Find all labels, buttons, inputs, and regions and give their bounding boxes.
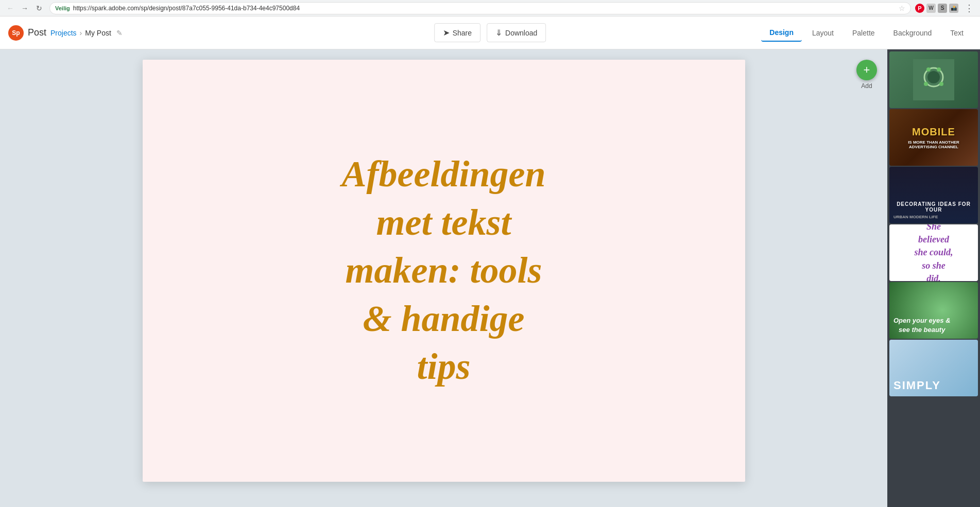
pinterest-extension-icon[interactable]: P <box>915 4 924 13</box>
list-item[interactable]: Open your eyes &see the beauty <box>889 282 978 339</box>
extension-icon-3[interactable]: 📸 <box>949 4 958 13</box>
download-label: Download <box>505 29 537 37</box>
list-item[interactable]: MOBILE IS MORE THAN ANOTHER ADVERTISING … <box>889 109 978 166</box>
app-header: Sp Post Projects › My Post ✎ ➤ Share ⇓ D… <box>0 16 980 49</box>
svg-point-4 <box>937 67 941 72</box>
forward-button[interactable]: → <box>19 2 31 14</box>
logo-area: Sp Post Projects › My Post ✎ <box>8 25 125 41</box>
thumbnail-image: DECORATING IDEAS FOR YOUR URBAN MODERN L… <box>889 167 978 223</box>
extension-icon-2[interactable]: S <box>938 4 947 13</box>
tab-design[interactable]: Design <box>761 24 802 42</box>
add-label: Add <box>861 82 872 90</box>
extension-icon-1[interactable]: W <box>926 4 936 13</box>
main-layout: + Add Afbeeldingen met tekst maken: tool… <box>0 49 980 507</box>
thumb-title: MOBILE <box>912 126 955 138</box>
header-center-actions: ➤ Share ⇓ Download <box>434 23 546 42</box>
browser-chrome: ← → ↻ Veilig https://spark.adobe.com/sp/… <box>0 0 980 16</box>
chrome-menu-button[interactable]: ⋮ <box>962 3 976 14</box>
breadcrumb-current: My Post <box>85 29 111 37</box>
thumb-subtitle: IS MORE THAN ANOTHER ADVERTISING CHANNEL <box>893 140 974 149</box>
header-nav: Design Layout Palette Background Text <box>761 24 972 42</box>
thumbnail-image: MOBILE IS MORE THAN ANOTHER ADVERTISING … <box>889 109 978 166</box>
thumbnail-image: Shebelievedshe could,so shedid. <box>889 224 978 281</box>
address-bar[interactable]: Veilig https://spark.adobe.com/sp/design… <box>49 2 911 14</box>
thumbnail-image: SIMPLY <box>889 340 978 396</box>
browser-extensions: P W S 📸 <box>915 4 958 13</box>
tab-text[interactable]: Text <box>942 25 972 41</box>
svg-point-3 <box>926 67 931 72</box>
breadcrumb: Projects › My Post ✎ <box>50 28 125 38</box>
tab-background[interactable]: Background <box>885 25 940 41</box>
download-icon: ⇓ <box>495 28 502 38</box>
breadcrumb-projects[interactable]: Projects <box>50 29 77 37</box>
svg-point-2 <box>927 71 940 83</box>
edit-title-button[interactable]: ✎ <box>114 28 125 38</box>
share-icon: ➤ <box>443 28 450 38</box>
list-item[interactable]: DECORATING IDEAS FOR YOUR URBAN MODERN L… <box>889 167 978 223</box>
thumb-deco-title: DECORATING IDEAS FOR YOUR <box>893 201 974 213</box>
canvas-main-text[interactable]: Afbeeldingen met tekst maken: tools & ha… <box>321 130 566 412</box>
back-button[interactable]: ← <box>4 2 16 14</box>
share-label: Share <box>453 29 472 37</box>
design-canvas[interactable]: Afbeeldingen met tekst maken: tools & ha… <box>143 60 745 482</box>
add-button-area: + Add <box>856 60 877 90</box>
canvas-area: + Add Afbeeldingen met tekst maken: tool… <box>0 49 887 507</box>
add-element-button[interactable]: + <box>856 60 877 80</box>
bookmark-icon[interactable]: ☆ <box>899 4 905 12</box>
secure-badge: Veilig <box>55 5 70 11</box>
thumb-open-text: Open your eyes &see the beauty <box>893 316 951 335</box>
svg-point-6 <box>939 82 943 86</box>
right-sidebar: MOBILE IS MORE THAN ANOTHER ADVERTISING … <box>887 49 980 507</box>
browser-nav-buttons: ← → ↻ <box>4 2 45 14</box>
list-item[interactable]: SIMPLY <box>889 340 978 396</box>
tab-palette[interactable]: Palette <box>844 25 883 41</box>
svg-point-5 <box>924 82 928 86</box>
tab-layout[interactable]: Layout <box>804 25 842 41</box>
thumbnail-image <box>889 51 978 108</box>
thumb-she-text: Shebelievedshe could,so shedid. <box>914 224 953 281</box>
breadcrumb-separator: › <box>80 29 82 37</box>
logo-badge: Sp <box>8 25 24 41</box>
share-button[interactable]: ➤ Share <box>434 23 480 42</box>
list-item[interactable]: Shebelievedshe could,so shedid. <box>889 224 978 281</box>
download-button[interactable]: ⇓ Download <box>487 23 546 42</box>
thumbnail-image: Open your eyes &see the beauty <box>889 282 978 339</box>
list-item[interactable] <box>889 51 978 108</box>
app-name: Post <box>28 27 46 38</box>
thumb-deco-subtitle: URBAN MODERN LIFE <box>893 215 938 219</box>
url-text: https://spark.adobe.com/sp/design/post/8… <box>73 5 300 12</box>
reload-button[interactable]: ↻ <box>33 2 45 14</box>
thumb-simply-text: SIMPLY <box>893 379 941 392</box>
